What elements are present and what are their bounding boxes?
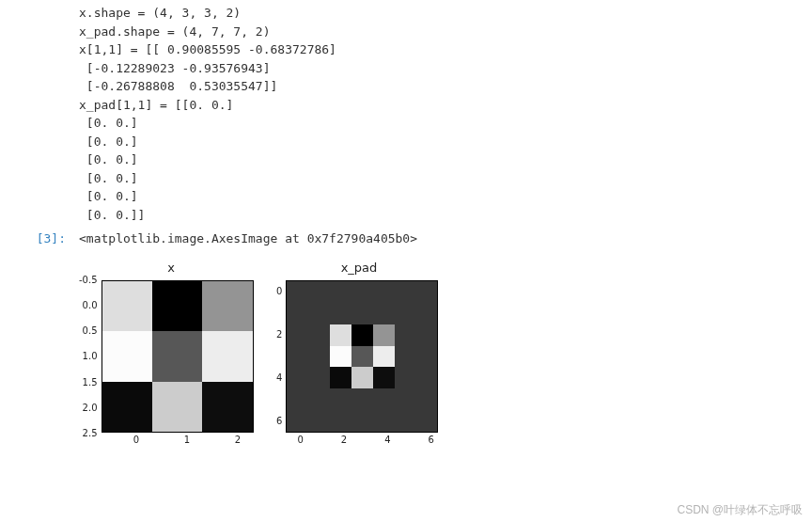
tick-label: 2: [235, 435, 241, 445]
heatmap-cell: [287, 281, 308, 303]
heatmap-cell: [351, 367, 373, 388]
heatmap-cell: [395, 410, 416, 432]
heatmap-cell: [416, 303, 438, 324]
heatmap-cell: [152, 281, 202, 331]
heatmap-cell: [102, 281, 152, 331]
tick-label: 2.0: [83, 403, 98, 413]
heatmap-cell: [416, 281, 438, 303]
plot-title: x_pad: [276, 261, 442, 275]
tick-label: 2.5: [83, 428, 98, 438]
figure-area: x -0.50.00.51.01.52.02.5 012 x_pad 0246 …: [79, 261, 812, 448]
heatmap-cell: [152, 331, 202, 381]
plot-xpad: x_pad 0246 0246: [276, 261, 442, 448]
heatmap-cell: [330, 303, 351, 324]
tick-label: 0: [298, 435, 304, 445]
tick-label: 1.0: [83, 351, 98, 361]
heatmap-cell: [351, 388, 373, 410]
heatmap-cell: [373, 410, 395, 432]
heatmap-cell: [202, 331, 252, 381]
heatmap-cell: [395, 281, 416, 303]
heatmap-cell: [308, 367, 330, 388]
heatmap-cell: [395, 367, 416, 388]
x-tick-labels: 012: [111, 435, 263, 445]
tick-label: 4: [384, 435, 390, 445]
heatmap-cell: [373, 281, 395, 303]
tick-label: 2: [341, 435, 347, 445]
heatmap-cell: [102, 331, 152, 381]
heatmap-cell: [102, 382, 152, 432]
heatmap-cell: [202, 382, 252, 432]
heatmap-cell: [287, 324, 308, 346]
repr-text: <matplotlib.image.AxesImage at 0x7f2790a…: [79, 231, 417, 245]
tick-label: -0.5: [79, 275, 98, 285]
prompt-indicator: [3]:: [0, 231, 79, 245]
heatmap-cell: [351, 324, 373, 346]
heatmap-cell: [330, 346, 351, 368]
stdout-output: x.shape = (4, 3, 3, 2) x_pad.shape = (4,…: [0, 0, 812, 224]
heatmap-cell: [287, 410, 308, 432]
heatmap-cell: [416, 388, 438, 410]
heatmap-cell: [351, 281, 373, 303]
heatmap-grid: [102, 280, 254, 433]
execute-result-row: [3]: <matplotlib.image.AxesImage at 0x7f…: [0, 231, 812, 245]
heatmap-cell: [152, 382, 202, 432]
heatmap-cell: [330, 281, 351, 303]
heatmap-cell: [416, 367, 438, 388]
heatmap-cell: [395, 303, 416, 324]
tick-label: 1: [184, 435, 190, 445]
output-text: x.shape = (4, 3, 3, 2) x_pad.shape = (4,…: [79, 4, 812, 224]
heatmap-cell: [308, 410, 330, 432]
heatmap-grid: [286, 280, 438, 433]
heatmap-cell: [373, 324, 395, 346]
x-tick-labels: 0246: [289, 435, 442, 448]
heatmap-cell: [308, 324, 330, 346]
heatmap-cell: [416, 324, 438, 346]
heatmap-cell: [287, 346, 308, 368]
y-tick-labels: 0246: [276, 280, 286, 433]
heatmap-cell: [287, 303, 308, 324]
heatmap-cell: [308, 303, 330, 324]
heatmap-cell: [202, 281, 252, 331]
tick-label: 0.0: [83, 300, 98, 310]
heatmap-cell: [308, 281, 330, 303]
heatmap-cell: [373, 303, 395, 324]
heatmap-cell: [330, 367, 351, 388]
heatmap-cell: [287, 388, 308, 410]
y-tick-labels: -0.50.00.51.01.52.02.5: [79, 275, 102, 438]
tick-label: 1.5: [83, 377, 98, 388]
heatmap-cell: [395, 388, 416, 410]
heatmap-cell: [308, 388, 330, 410]
heatmap-cell: [351, 410, 373, 432]
heatmap-cell: [395, 324, 416, 346]
heatmap-cell: [330, 410, 351, 432]
heatmap-cell: [395, 346, 416, 368]
heatmap-cell: [373, 346, 395, 368]
heatmap-cell: [351, 346, 373, 368]
tick-label: 0.5: [83, 325, 98, 336]
plot-x: x -0.50.00.51.01.52.02.5 012: [79, 261, 263, 448]
heatmap-cell: [287, 367, 308, 388]
heatmap-cell: [416, 346, 438, 368]
tick-label: 0: [133, 435, 139, 445]
heatmap-cell: [416, 410, 438, 432]
heatmap-cell: [373, 388, 395, 410]
heatmap-cell: [330, 388, 351, 410]
heatmap-cell: [373, 367, 395, 388]
heatmap-cell: [330, 324, 351, 346]
heatmap-cell: [308, 346, 330, 368]
heatmap-cell: [351, 303, 373, 324]
tick-label: 6: [428, 435, 433, 445]
plot-title: x: [79, 261, 263, 275]
watermark-text: CSDN @叶绿体不忘呼吸: [677, 502, 803, 518]
